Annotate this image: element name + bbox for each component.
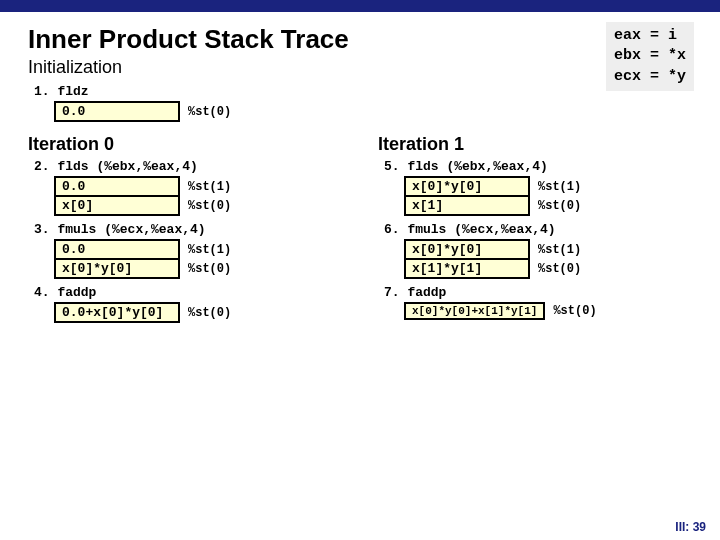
top-bar xyxy=(0,0,720,12)
stack-label: %st(1) xyxy=(179,240,233,259)
stack-label: %st(0) xyxy=(179,102,232,121)
stack-label: %st(0) xyxy=(179,196,233,215)
stack-iter1-3: x[0]*y[0]+x[1]*y[1] %st(0) xyxy=(404,302,598,320)
stack-cell: x[0]*y[0] xyxy=(55,259,179,278)
iter0-block-3: 4. faddp 0.0+x[0]*y[0] %st(0) xyxy=(28,285,348,323)
step-1: 1. fldz xyxy=(34,84,698,99)
stack-iter1-1: x[0]*y[0] %st(1) x[1] %st(0) xyxy=(404,176,584,216)
stack-iter0-3: 0.0+x[0]*y[0] %st(0) xyxy=(54,302,232,323)
stack-iter0-2: 0.0 %st(1) x[0]*y[0] %st(0) xyxy=(54,239,234,279)
stack-label: %st(0) xyxy=(179,303,232,322)
stack-cell: x[0] xyxy=(55,196,179,215)
stack-cell: x[0]*y[0]+x[1]*y[1] xyxy=(405,303,544,319)
step-5: 5. flds (%ebx,%eax,4) xyxy=(384,159,698,174)
step-7: 7. faddp xyxy=(384,285,698,300)
stack-iter1-2: x[0]*y[0] %st(1) x[1]*y[1] %st(0) xyxy=(404,239,584,279)
iteration-0-column: Iteration 0 2. flds (%ebx,%eax,4) 0.0 %s… xyxy=(28,128,348,329)
iteration-1-heading: Iteration 1 xyxy=(378,134,698,155)
stack-cell: 0.0 xyxy=(55,102,179,121)
iteration-0-heading: Iteration 0 xyxy=(28,134,348,155)
stack-cell: x[1]*y[1] xyxy=(405,259,529,278)
stack-label: %st(0) xyxy=(179,259,233,278)
iter1-block-3: 7. faddp x[0]*y[0]+x[1]*y[1] %st(0) xyxy=(378,285,698,320)
stack-cell: 0.0 xyxy=(55,177,179,196)
iter0-block-2: 3. fmuls (%ecx,%eax,4) 0.0 %st(1) x[0]*y… xyxy=(28,222,348,279)
iteration-1-column: Iteration 1 5. flds (%ebx,%eax,4) x[0]*y… xyxy=(378,128,698,329)
stack-cell: 0.0+x[0]*y[0] xyxy=(55,303,179,322)
subtitle-initialization: Initialization xyxy=(28,57,698,78)
step-3: 3. fmuls (%ecx,%eax,4) xyxy=(34,222,348,237)
stack-label: %st(1) xyxy=(529,177,583,196)
stack-cell: 0.0 xyxy=(55,240,179,259)
stack-cell: x[0]*y[0] xyxy=(405,177,529,196)
init-block: 1. fldz 0.0 %st(0) xyxy=(28,84,698,122)
page-number: III: 39 xyxy=(675,520,706,534)
iter0-block-1: 2. flds (%ebx,%eax,4) 0.0 %st(1) x[0] %s… xyxy=(28,159,348,216)
stack-iter0-1: 0.0 %st(1) x[0] %st(0) xyxy=(54,176,234,216)
step-2: 2. flds (%ebx,%eax,4) xyxy=(34,159,348,174)
stack-init: 0.0 %st(0) xyxy=(54,101,232,122)
iter1-block-1: 5. flds (%ebx,%eax,4) x[0]*y[0] %st(1) x… xyxy=(378,159,698,216)
stack-cell: x[1] xyxy=(405,196,529,215)
register-box: eax = i ebx = *x ecx = *y xyxy=(606,22,694,91)
stack-label: %st(1) xyxy=(179,177,233,196)
iter1-block-2: 6. fmuls (%ecx,%eax,4) x[0]*y[0] %st(1) … xyxy=(378,222,698,279)
stack-label: %st(0) xyxy=(529,196,583,215)
stack-label: %st(0) xyxy=(544,303,597,319)
step-6: 6. fmuls (%ecx,%eax,4) xyxy=(384,222,698,237)
stack-cell: x[0]*y[0] xyxy=(405,240,529,259)
page-title: Inner Product Stack Trace xyxy=(28,24,698,55)
step-4: 4. faddp xyxy=(34,285,348,300)
stack-label: %st(1) xyxy=(529,240,583,259)
stack-label: %st(0) xyxy=(529,259,583,278)
